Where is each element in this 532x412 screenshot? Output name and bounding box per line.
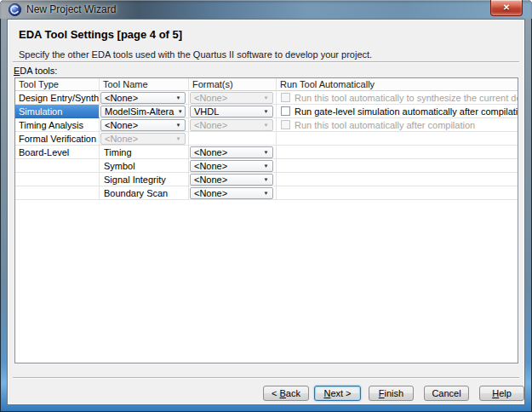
tool-type-cell[interactable]: Timing Analysis <box>15 118 100 132</box>
combo-arrow-icon: ▼ <box>260 177 272 182</box>
tool-name-cell: <None>▼ <box>100 118 189 132</box>
format-combo: <None>▼ <box>190 119 273 131</box>
title-bar[interactable]: New Project Wizard ✕ <box>0 0 532 19</box>
column-header: Tool Type <box>15 78 100 91</box>
help-button[interactable]: Help <box>479 386 524 401</box>
run-cell <box>277 173 518 186</box>
tool-name-combo[interactable]: <None>▼ <box>100 119 186 131</box>
run-cell <box>277 146 518 159</box>
combo-value: <None> <box>194 120 227 130</box>
table-row: Symbol<None>▼ <box>15 159 518 173</box>
tool-name-label: Symbol <box>100 161 135 171</box>
format-cell: <None>▼ <box>189 91 277 105</box>
format-combo[interactable]: <None>▼ <box>190 187 273 199</box>
run-cell: Run this tool automatically to synthesiz… <box>277 91 518 105</box>
separator <box>13 61 519 63</box>
format-cell: <None>▼ <box>189 186 277 200</box>
combo-value: <None> <box>105 120 138 130</box>
tool-type-cell[interactable]: Simulation <box>15 105 100 118</box>
close-icon: ✕ <box>503 3 510 12</box>
button-label: ext > <box>330 388 351 398</box>
format-cell: <None>▼ <box>189 146 277 159</box>
format-combo[interactable]: <None>▼ <box>190 160 273 172</box>
tool-type-cell[interactable]: Design Entry/Synthesis <box>15 91 100 105</box>
run-cell <box>277 132 518 146</box>
combo-arrow-icon: ▼ <box>172 136 185 141</box>
page-subtitle: Specify the other EDA tools used with th… <box>19 49 372 60</box>
combo-arrow-icon: ▼ <box>260 123 272 128</box>
run-checkbox[interactable] <box>281 106 290 116</box>
table-row: Design Entry/Synthesis<None>▼<None>▼Run … <box>15 91 518 105</box>
table-row: Board-LevelTiming<None>▼ <box>15 146 518 159</box>
combo-value: VHDL <box>194 106 219 117</box>
column-header: Run Tool Automatically <box>277 78 518 91</box>
combo-arrow-icon: ▼ <box>174 109 186 114</box>
format-cell: <None>▼ <box>189 118 277 132</box>
combo-value: <None> <box>194 147 227 157</box>
button-label: F <box>379 388 385 398</box>
run-checkbox-group: Run this tool automatically to synthesiz… <box>277 93 518 103</box>
tool-name-cell: Symbol <box>100 159 189 173</box>
button-label: B <box>280 388 286 398</box>
window-title: New Project Wizard <box>26 3 116 15</box>
combo-value: <None> <box>194 161 227 171</box>
column-header: Format(s) <box>189 78 277 91</box>
run-checkbox-group: Run this tool automatically after compil… <box>277 120 475 130</box>
tool-name-label: Timing <box>100 147 132 157</box>
tool-type-cell[interactable]: Board-Level <box>15 146 100 159</box>
quartus-icon <box>9 3 21 16</box>
tool-name-combo[interactable]: ModelSim-Altera▼ <box>100 106 186 117</box>
tool-type-cell[interactable] <box>15 173 100 186</box>
separator <box>13 377 519 379</box>
eda-tools-label-text: DA tools: <box>20 66 57 76</box>
format-combo: <None>▼ <box>190 92 273 104</box>
run-checkbox-label: Run gate-level simulation automatically … <box>295 106 518 117</box>
column-header: Tool Name <box>100 78 189 91</box>
dialog-body: EDA Tool Settings [page 4 of 5] Specify … <box>7 19 525 405</box>
run-cell: Run gate-level simulation automatically … <box>277 105 518 118</box>
combo-arrow-icon: ▼ <box>260 150 272 155</box>
tool-name-label: Boundary Scan <box>100 188 168 198</box>
combo-value: <None> <box>194 175 227 185</box>
combo-value: <None> <box>194 93 227 103</box>
combo-value: <None> <box>194 188 227 198</box>
button-label: N <box>323 388 330 398</box>
run-cell <box>277 159 518 173</box>
format-cell: <None>▼ <box>189 159 277 173</box>
tool-name-label: Signal Integrity <box>100 175 166 185</box>
table-row: Boundary Scan<None>▼ <box>15 186 518 200</box>
format-combo[interactable]: <None>▼ <box>190 146 273 158</box>
format-cell <box>189 132 277 146</box>
button-label: < <box>272 388 279 398</box>
combo-arrow-icon: ▼ <box>172 123 185 128</box>
page-title: EDA Tool Settings [page 4 of 5] <box>19 28 182 41</box>
tool-name-cell: Boundary Scan <box>100 186 189 200</box>
table-row: SimulationModelSim-Altera▼VHDL▼Run gate-… <box>15 105 518 118</box>
tool-name-combo[interactable]: <None>▼ <box>100 92 186 104</box>
tool-type-cell[interactable] <box>15 159 100 173</box>
back-button[interactable]: < Back <box>263 386 309 401</box>
button-label: elp <box>499 388 512 398</box>
tool-name-cell: <None>▼ <box>100 91 189 105</box>
table-row: Signal Integrity<None>▼ <box>15 173 518 186</box>
table-header-row: Tool TypeTool NameFormat(s)Run Tool Auto… <box>15 78 518 91</box>
combo-arrow-icon: ▼ <box>260 109 272 114</box>
tool-type-cell[interactable]: Formal Verification <box>15 132 100 146</box>
eda-tools-table: Tool TypeTool NameFormat(s)Run Tool Auto… <box>14 77 518 363</box>
button-label: inish <box>385 388 404 398</box>
new-project-wizard-window: New Project Wizard ✕ EDA Tool Settings [… <box>0 0 532 412</box>
format-combo[interactable]: VHDL▼ <box>190 106 273 117</box>
format-cell: VHDL▼ <box>189 105 277 118</box>
tool-name-cell: Signal Integrity <box>100 173 189 186</box>
next-button[interactable]: Next > <box>314 386 361 401</box>
button-label: H <box>492 388 499 398</box>
run-cell: Run this tool automatically after compil… <box>277 118 518 132</box>
finish-button[interactable]: Finish <box>369 386 414 401</box>
format-combo[interactable]: <None>▼ <box>190 174 273 186</box>
tool-type-cell[interactable] <box>15 186 100 200</box>
tool-name-cell: Timing <box>100 146 189 159</box>
close-button[interactable]: ✕ <box>490 0 523 16</box>
run-checkbox-label: Run this tool automatically after compil… <box>295 120 475 130</box>
button-label: Cancel <box>432 388 460 398</box>
cancel-button[interactable]: Cancel <box>424 386 469 401</box>
